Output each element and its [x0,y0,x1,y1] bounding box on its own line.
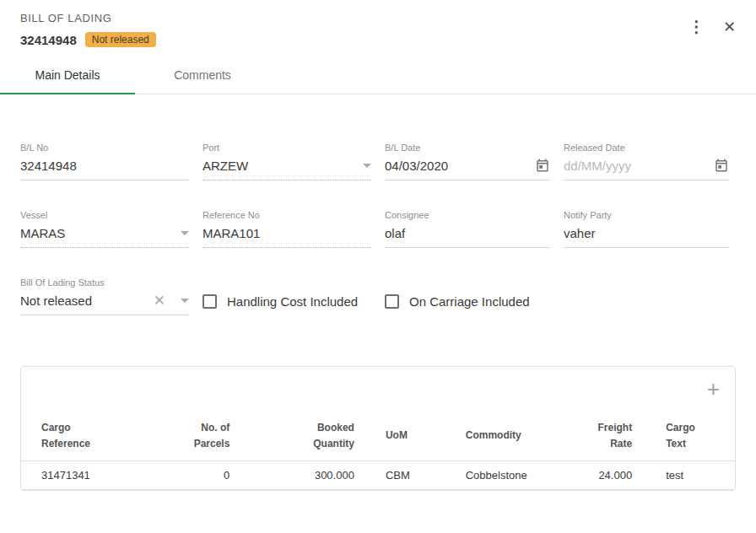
field-bl-date: B/L Date [385,143,550,180]
bl-status-clear-button[interactable]: ✕ [154,293,174,308]
checkbox-unchecked-icon [202,294,217,309]
cell-no-of-parcels: 0 [168,469,230,482]
form-row-3: Bill Of Lading Status Not released ✕ Han… [20,277,736,315]
on-carriage-checkbox-label: On Carriage Included [409,294,530,309]
dialog-header: BILL OF LADING 32414948 Not released ⋮ ✕ [0,0,756,54]
header-left: BILL OF LADING 32414948 Not released [20,12,156,47]
calendar-icon [535,158,550,173]
add-cargo-button[interactable]: + [707,378,720,400]
chevron-down-icon [181,299,189,303]
tab-main-details[interactable]: Main Details [0,56,135,94]
bl-no-input[interactable] [20,159,189,173]
field-bl-no: B/L No [20,143,189,180]
bl-date-label: B/L Date [385,143,550,153]
vessel-label: Vessel [20,210,189,220]
bl-date-input[interactable] [385,159,528,173]
col-header-commodity: Commodity [436,411,571,460]
dialog-title: BILL OF LADING [20,12,156,24]
field-reference-no: Reference No [202,210,371,248]
field-notify-party: Notify Party [564,210,729,248]
field-consignee: Consignee [385,210,550,248]
checkbox-unchecked-icon [385,294,399,309]
consignee-input[interactable] [385,226,550,240]
cell-commodity: Cobbelstone [436,469,571,482]
released-date-calendar-button[interactable] [714,158,729,173]
cargo-table-card: + Cargo Reference No. of Parcels Booked … [20,366,736,491]
table-row[interactable]: 31471341 0 300.000 CBM Cobbelstone 24.00… [21,461,735,490]
cell-uom: CBM [354,469,436,482]
tab-comments-label: Comments [174,68,231,82]
kebab-menu-button[interactable]: ⋮ [688,19,705,35]
field-vessel: Vessel MARAS [20,210,189,248]
notify-party-input[interactable] [564,226,729,240]
vessel-select-value: MARAS [20,226,174,240]
plus-icon: + [707,378,720,400]
reference-no-label: Reference No [202,210,371,220]
field-released-date: Released Date [564,143,729,180]
bl-status-select-value: Not released [20,293,154,308]
close-icon: ✕ [723,19,736,35]
status-badge: Not released [85,32,156,47]
col-header-no-of-parcels: No. of Parcels [168,411,230,460]
cargo-table-header: Cargo Reference No. of Parcels Booked Qu… [21,411,735,461]
kebab-icon: ⋮ [688,19,705,35]
document-number: 32414948 [20,33,77,47]
document-number-row: 32414948 Not released [20,32,156,47]
consignee-label: Consignee [385,210,550,220]
bl-status-select[interactable]: Not released ✕ [20,292,189,315]
handling-cost-checkbox-label: Handling Cost Included [227,294,358,309]
bl-status-label: Bill Of Lading Status [20,277,189,288]
col-header-cargo-text: Cargo Text [632,411,715,460]
cell-cargo-text: test [632,469,715,482]
on-carriage-checkbox[interactable]: On Carriage Included [385,294,550,309]
bl-date-calendar-button[interactable] [535,158,550,173]
main-details-form: B/L No Port ARZEW B/L Date [0,143,756,315]
tab-comments[interactable]: Comments [135,56,270,94]
form-row-2: Vessel MARAS Reference No Consignee N [20,210,736,248]
port-select[interactable]: ARZEW [202,157,371,180]
cargo-table-toolbar: + [21,367,735,411]
port-label: Port [202,143,371,153]
header-actions: ⋮ ✕ [688,19,736,35]
chevron-down-icon [363,164,371,168]
reference-no-input[interactable] [202,226,371,240]
bl-no-label: B/L No [20,143,189,153]
cell-booked-quantity: 300.000 [230,469,354,482]
col-header-freight-rate: Freight Rate [570,411,632,460]
vessel-select[interactable]: MARAS [20,224,189,248]
col-header-uom: UoM [354,411,436,460]
tab-main-details-label: Main Details [35,68,100,82]
clear-icon: ✕ [154,293,165,308]
cell-freight-rate: 24.000 [570,469,632,482]
port-select-value: ARZEW [202,159,356,173]
released-date-label: Released Date [564,143,729,153]
handling-cost-checkbox[interactable]: Handling Cost Included [202,294,371,309]
chevron-down-icon [181,231,189,235]
calendar-icon [714,158,729,173]
bill-of-lading-dialog: BILL OF LADING 32414948 Not released ⋮ ✕… [0,0,756,533]
close-button[interactable]: ✕ [723,19,736,35]
cell-cargo-reference: 31471341 [41,469,168,482]
released-date-input[interactable] [564,159,707,173]
field-port: Port ARZEW [202,143,371,180]
tab-bar: Main Details Comments [0,56,756,94]
notify-party-label: Notify Party [564,210,729,220]
field-bl-status: Bill Of Lading Status Not released ✕ [20,277,189,315]
col-header-cargo-reference: Cargo Reference [41,411,168,460]
form-row-1: B/L No Port ARZEW B/L Date [20,143,736,180]
col-header-booked-quantity: Booked Quantity [230,411,354,460]
